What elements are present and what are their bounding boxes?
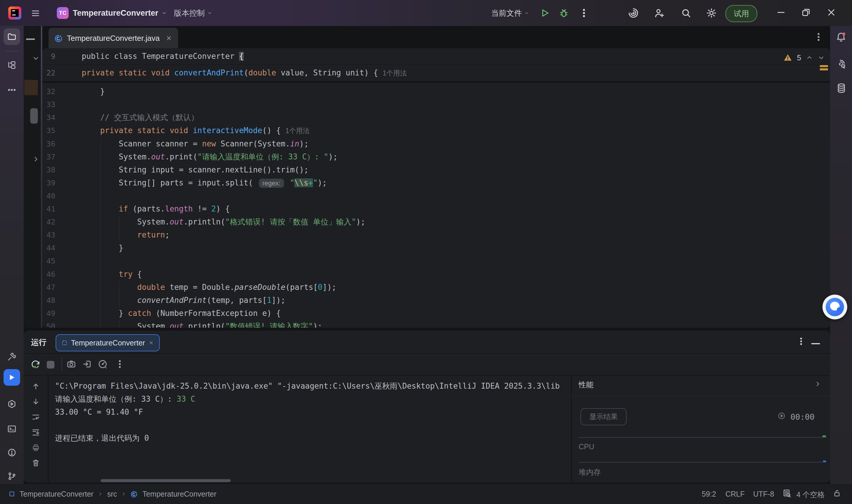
main-menu-icon[interactable]: [31, 8, 40, 18]
cpu-chart-baseline: [579, 437, 827, 438]
floating-assistant-bubble[interactable]: [822, 294, 847, 320]
line-number[interactable]: 39: [42, 176, 55, 190]
perf-expand-chevron-icon[interactable]: [814, 380, 821, 388]
sticky-lines-panel[interactable]: 9public class TemperatureConverter {22pr…: [42, 48, 830, 83]
debug-button[interactable]: [559, 8, 569, 18]
breadcrumb-class[interactable]: TemperatureConverter: [142, 490, 216, 498]
run-panel-title: 运行: [31, 337, 47, 347]
tool-build-icon[interactable]: [7, 352, 17, 361]
profiler-gauge-icon[interactable]: [97, 359, 108, 369]
record-icon: [777, 412, 786, 420]
soft-wrap-icon[interactable]: [31, 413, 40, 421]
more-actions-icon[interactable]: [579, 8, 589, 18]
notifications-bell-icon[interactable]: [835, 31, 847, 42]
line-number[interactable]: 47: [42, 281, 55, 294]
caret-position[interactable]: 59:2: [702, 490, 716, 498]
run-button[interactable]: [540, 8, 550, 18]
line-number[interactable]: 34: [42, 111, 55, 124]
search-icon[interactable]: [681, 7, 692, 19]
code-line: 35 private static void interactiveMode()…: [42, 124, 830, 137]
tab-close-icon[interactable]: [148, 340, 154, 345]
rerun-button[interactable]: [30, 359, 41, 370]
line-number[interactable]: 41: [42, 202, 55, 216]
line-number[interactable]: 32: [42, 85, 55, 98]
unlock-icon[interactable]: [833, 489, 841, 498]
chevron-down-icon[interactable]: [32, 54, 40, 62]
line-number[interactable]: 50: [42, 320, 55, 328]
code-line: 36 Scanner scanner = new Scanner(System.…: [42, 137, 830, 150]
more-tool-windows-icon[interactable]: [7, 85, 17, 95]
breadcrumb[interactable]: TemperatureConverter src TemperatureConv…: [8, 488, 217, 500]
mini-scrollbar-thumb[interactable]: [30, 108, 38, 124]
line-number[interactable]: 42: [42, 215, 55, 229]
editor-tab[interactable]: TemperatureConverter.java: [49, 28, 178, 49]
line-number[interactable]: 38: [42, 163, 55, 177]
line-separator[interactable]: CRLF: [725, 490, 745, 498]
line-number[interactable]: 35: [42, 124, 55, 137]
clear-console-icon[interactable]: [31, 458, 40, 467]
perf-panel-divider: [571, 376, 572, 483]
run-panel-hide-button[interactable]: [811, 343, 820, 344]
tool-services-icon[interactable]: [7, 399, 17, 409]
line-number[interactable]: 37: [42, 150, 55, 164]
run-config-selector[interactable]: 当前文件: [491, 7, 529, 19]
run-console-tab[interactable]: TemperatureConverter: [56, 334, 160, 352]
console-hscrollbar-thumb[interactable]: [101, 479, 231, 482]
window-minimize-button[interactable]: [776, 7, 786, 18]
file-encoding[interactable]: UTF-8: [753, 490, 774, 498]
line-number[interactable]: 48: [42, 294, 55, 307]
ai-chat-icon[interactable]: [835, 58, 847, 70]
line-number[interactable]: 36: [42, 137, 55, 150]
tool-git-icon[interactable]: [7, 471, 17, 481]
tool-structure-icon[interactable]: [7, 60, 17, 70]
indent-size[interactable]: 4 个空格: [796, 490, 825, 500]
editor[interactable]: 31 }32 }3334 // 交互式输入模式（默认）35 private st…: [42, 48, 830, 328]
project-icon[interactable]: TC: [57, 7, 69, 19]
scroll-up-icon[interactable]: [31, 382, 40, 391]
stop-button[interactable]: [47, 361, 54, 368]
attach-process-icon[interactable]: [82, 359, 92, 369]
tool-project-button[interactable]: [3, 29, 20, 45]
scroll-to-end-icon[interactable]: [31, 428, 40, 436]
line-number[interactable]: 40: [42, 189, 55, 203]
code-area[interactable]: 31 }32 }3334 // 交互式输入模式（默认）35 private st…: [42, 48, 830, 328]
tab-list-kebab-icon[interactable]: [814, 32, 823, 42]
tool-run-button[interactable]: [3, 369, 20, 386]
scroll-down-icon[interactable]: [31, 397, 40, 406]
print-icon[interactable]: [31, 443, 40, 452]
breadcrumb-project[interactable]: TemperatureConverter: [19, 490, 93, 498]
project-switcher[interactable]: TemperatureConverter: [73, 7, 167, 19]
window-restore-button[interactable]: [800, 7, 811, 18]
stripe-mark: [24, 80, 38, 95]
warning-count: 5: [797, 54, 801, 62]
ai-assistant-icon[interactable]: [628, 7, 639, 19]
chevron-right-icon[interactable]: [32, 155, 40, 163]
add-user-icon[interactable]: [654, 7, 665, 19]
thread-dump-camera-icon[interactable]: [66, 359, 76, 369]
console-more-icon[interactable]: [115, 359, 125, 369]
show-results-button[interactable]: 显示结果: [580, 408, 627, 425]
console-output[interactable]: "C:\Program Files\Java\jdk-25.0.2\bin\ja…: [55, 376, 570, 479]
panel-hide-handle[interactable]: [26, 38, 35, 40]
line-number[interactable]: 44: [42, 241, 55, 255]
breadcrumb-src[interactable]: src: [107, 490, 117, 498]
inspections-widget[interactable]: 5: [783, 51, 825, 64]
tool-problems-icon[interactable]: [7, 448, 17, 457]
line-number[interactable]: 46: [42, 268, 55, 281]
line-number[interactable]: 45: [42, 254, 55, 268]
code-line: 40: [42, 189, 830, 203]
line-number[interactable]: 33: [42, 98, 55, 111]
next-problem-icon[interactable]: [818, 54, 825, 61]
tool-terminal-icon[interactable]: [7, 424, 17, 434]
database-icon[interactable]: [836, 83, 847, 93]
line-number[interactable]: 43: [42, 228, 55, 242]
prev-problem-icon[interactable]: [806, 54, 813, 61]
tab-close-icon[interactable]: [166, 35, 172, 41]
run-panel-options-icon[interactable]: [796, 337, 806, 346]
vcs-widget[interactable]: 版本控制: [174, 7, 213, 19]
indent-settings-icon[interactable]: [782, 489, 792, 498]
window-close-button[interactable]: [826, 7, 837, 18]
settings-gear-icon[interactable]: [706, 7, 717, 19]
trial-badge[interactable]: 试用: [725, 5, 757, 22]
line-number[interactable]: 49: [42, 307, 55, 320]
